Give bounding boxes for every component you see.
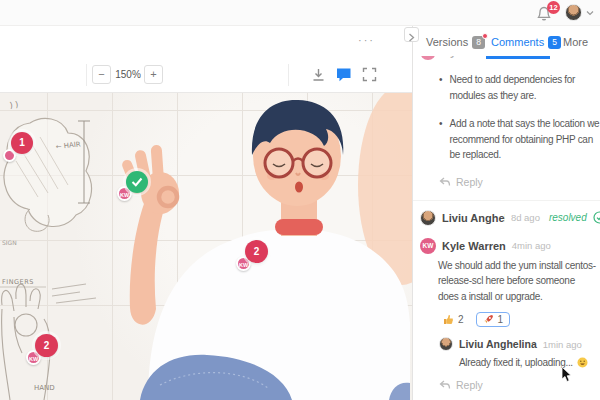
zoom-level[interactable]: 150% xyxy=(114,65,142,84)
user-avatar[interactable] xyxy=(565,4,582,21)
comments-count-badge: 5 xyxy=(548,36,561,49)
zoom-out-button[interactable]: − xyxy=(92,65,111,84)
sketch-label-hand: HAND xyxy=(34,384,55,392)
rocket-reaction[interactable]: 1 xyxy=(476,312,511,327)
toolbar-divider xyxy=(288,64,289,86)
resolved-check-icon xyxy=(593,211,600,224)
comment-author: Liviu Anghelina xyxy=(459,338,537,350)
mouse-cursor xyxy=(561,366,573,384)
comment-time: 4min ago xyxy=(512,240,551,251)
sketch-label: ) ) xyxy=(9,100,19,110)
tab-label: Comments xyxy=(491,36,544,48)
design-workspace: ··· − 150% + ) ) ← HAIR SIGN xyxy=(0,26,412,400)
thumbs-up-emoji xyxy=(443,314,454,325)
chevron-down-icon[interactable] xyxy=(586,10,594,16)
comment-time: 8d ago xyxy=(511,212,540,223)
toolbar-divider xyxy=(86,64,87,86)
comment-header: Liviu Anghelina 1min ago xyxy=(413,337,600,351)
reply-label: Reply xyxy=(456,379,483,391)
comment-header: KW Kyle Warren 4min ago xyxy=(413,238,600,254)
reactions-row: 2 1 xyxy=(439,312,600,327)
reply-label: Reply xyxy=(456,176,483,188)
comment-author: Liviu Anghelina Gra... xyxy=(442,212,505,224)
tab-comments[interactable]: Comments5 xyxy=(491,36,561,49)
zoom-in-button[interactable]: + xyxy=(144,65,163,84)
reply-link[interactable]: Reply xyxy=(439,176,600,188)
reaction-count: 1 xyxy=(498,314,504,325)
tab-label: More xyxy=(563,36,588,48)
sketch-label-sign: SIGN xyxy=(2,239,17,246)
sweat-smile-emoji xyxy=(577,357,588,368)
avatar-liviu xyxy=(420,210,436,226)
download-icon[interactable] xyxy=(311,67,326,83)
comment-text: Add a note that says the location we rec… xyxy=(450,116,600,163)
list-item: • Need to add dependencies for modules a… xyxy=(413,72,600,103)
comment-text: Already fixed it, uploading... xyxy=(459,355,599,371)
notification-badge[interactable]: 12 xyxy=(547,1,560,14)
comment-author: Kyle Warren xyxy=(442,240,506,252)
reaction-count: 2 xyxy=(458,314,464,325)
chevron-right-icon xyxy=(408,33,415,42)
app-window: 12 ··· − 150% + ) ) xyxy=(0,0,600,400)
comment-pin-2[interactable]: 2 xyxy=(245,240,268,263)
resolved-check-icon xyxy=(126,171,148,193)
versions-count-badge: 8 xyxy=(472,36,485,49)
bullet: • xyxy=(439,72,443,103)
reply-link[interactable]: Reply xyxy=(439,379,600,391)
list-item: • Add a note that says the location we r… xyxy=(413,116,600,163)
overflow-menu[interactable]: ··· xyxy=(358,34,375,46)
comment-pin-3[interactable]: 2 xyxy=(35,334,58,357)
comment-time: 1min ago xyxy=(543,339,582,350)
fullscreen-icon[interactable] xyxy=(362,67,377,82)
reply-arrow-icon xyxy=(439,177,451,187)
canvas-toolbar: − 150% + xyxy=(0,58,412,93)
resolved-comment-row[interactable]: Liviu Anghelina Gra... 8d ago resolved xyxy=(413,200,600,226)
comment-text-inner: Already fixed it, uploading... xyxy=(459,355,573,371)
resolved-status: resolved xyxy=(549,212,587,223)
comment-body-list: • Need to add dependencies for modules a… xyxy=(413,72,600,163)
reply-arrow-icon xyxy=(439,380,451,390)
comments-sidebar: KW Kyle Warren 8d ago • Need to add depe… xyxy=(412,26,600,400)
comment-bubble-icon[interactable] xyxy=(334,66,353,84)
comment-pin-1[interactable]: 1 xyxy=(11,132,33,154)
sidebar-tabbar: Versions8 Comments5 More xyxy=(413,30,600,56)
avatar-kw: KW xyxy=(420,238,436,254)
active-tab-underline xyxy=(486,56,550,59)
comment-text: We should add the yum install centos-rel… xyxy=(438,258,596,305)
comments-list[interactable]: KW Kyle Warren 8d ago • Need to add depe… xyxy=(413,50,600,400)
top-bar: 12 xyxy=(0,0,600,26)
thumbs-up-reaction[interactable]: 2 xyxy=(439,312,468,327)
comment-text: Need to add dependencies for modules as … xyxy=(450,72,600,103)
tab-more[interactable]: More xyxy=(563,36,588,48)
artboard-canvas[interactable]: ) ) ← HAIR SIGN FINGERS HAND xyxy=(0,93,412,400)
resolved-comment-pin[interactable] xyxy=(126,171,148,193)
tab-label: Versions xyxy=(426,36,468,48)
artboard-artwork: ) ) ← HAIR SIGN FINGERS HAND xyxy=(0,93,412,400)
sidebar-collapse-button[interactable] xyxy=(404,27,419,42)
avatar-liviu xyxy=(439,337,453,351)
tab-versions[interactable]: Versions8 xyxy=(426,36,485,49)
sketch-label-fingers: FINGERS xyxy=(2,278,34,286)
bullet: • xyxy=(439,116,443,163)
rocket-emoji xyxy=(483,314,494,325)
new-version-dot xyxy=(482,33,488,39)
